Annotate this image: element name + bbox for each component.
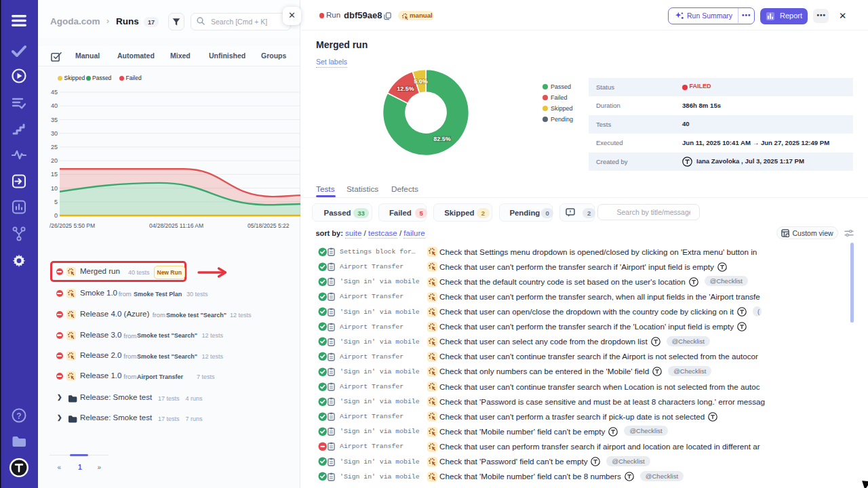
svg-text:0: 0 [54, 212, 58, 219]
svg-text:04/28/2025 11:16 AM: 04/28/2025 11:16 AM [149, 222, 203, 229]
svg-text:20: 20 [51, 157, 58, 164]
svg-text:25: 25 [51, 144, 58, 150]
svg-text:05/18/2025 5:22: 05/18/2025 5:22 [248, 222, 290, 229]
svg-text:15: 15 [51, 171, 58, 178]
svg-text:82.5%: 82.5% [433, 136, 451, 142]
svg-text:12.5%: 12.5% [397, 85, 414, 92]
svg-text:10: 10 [51, 185, 58, 192]
svg-text:30: 30 [51, 130, 58, 137]
svg-text:?: ? [16, 411, 21, 421]
svg-text:5: 5 [54, 199, 58, 205]
svg-text:5.0%: 5.0% [414, 78, 428, 85]
svg-text:35: 35 [51, 117, 58, 123]
svg-text:/26/2025 5:50 PM: /26/2025 5:50 PM [50, 222, 95, 229]
svg-text:40: 40 [51, 102, 58, 109]
svg-text:45: 45 [51, 89, 58, 96]
